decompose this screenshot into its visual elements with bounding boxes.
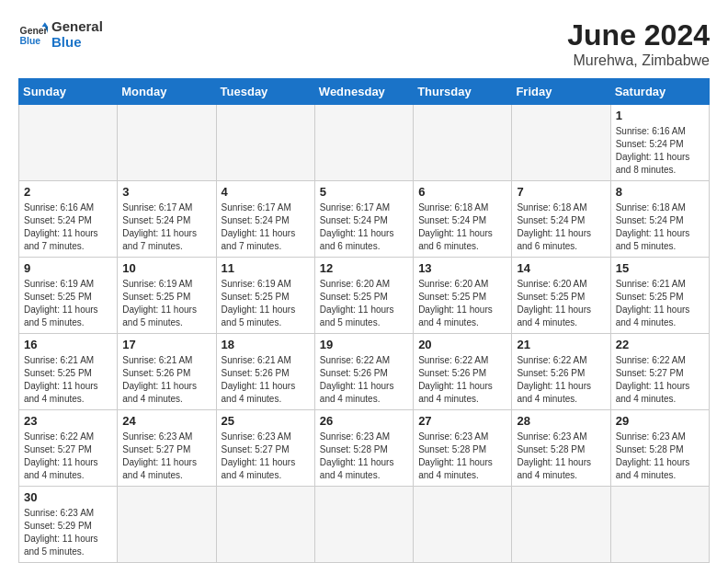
calendar-day-cell: 24Sunrise: 6:23 AM Sunset: 5:27 PM Dayli… (118, 410, 216, 487)
day-number: 20 (418, 338, 506, 351)
day-info: Sunrise: 6:18 AM Sunset: 5:24 PM Dayligh… (616, 201, 704, 253)
calendar-day-cell: 6Sunrise: 6:18 AM Sunset: 5:24 PM Daylig… (414, 181, 512, 258)
day-number: 25 (222, 414, 310, 428)
calendar-day-cell: 9Sunrise: 6:19 AM Sunset: 5:25 PM Daylig… (19, 258, 118, 334)
day-info: Sunrise: 6:16 AM Sunset: 5:24 PM Dayligh… (24, 201, 112, 253)
day-info: Sunrise: 6:23 AM Sunset: 5:27 PM Dayligh… (222, 431, 310, 482)
day-number: 28 (517, 414, 605, 428)
calendar-day-cell: 17Sunrise: 6:21 AM Sunset: 5:26 PM Dayli… (118, 334, 216, 410)
weekday-header-row: SundayMondayTuesdayWednesdayThursdayFrid… (19, 79, 710, 105)
calendar-day-cell: 23Sunrise: 6:22 AM Sunset: 5:27 PM Dayli… (19, 410, 118, 487)
calendar-day-cell (216, 105, 314, 181)
day-info: Sunrise: 6:20 AM Sunset: 5:25 PM Dayligh… (320, 278, 408, 329)
day-number: 15 (616, 261, 704, 275)
day-info: Sunrise: 6:17 AM Sunset: 5:24 PM Dayligh… (320, 201, 408, 253)
svg-marker-2 (42, 22, 48, 27)
calendar-day-cell: 3Sunrise: 6:17 AM Sunset: 5:24 PM Daylig… (118, 181, 216, 258)
day-info: Sunrise: 6:23 AM Sunset: 5:29 PM Dayligh… (24, 507, 112, 558)
day-info: Sunrise: 6:20 AM Sunset: 5:25 PM Dayligh… (517, 278, 605, 329)
weekday-header-thursday: Thursday (414, 79, 512, 105)
day-number: 1 (616, 109, 704, 122)
calendar-day-cell: 8Sunrise: 6:18 AM Sunset: 5:24 PM Daylig… (610, 181, 709, 258)
calendar-day-cell (610, 487, 709, 563)
day-info: Sunrise: 6:22 AM Sunset: 5:27 PM Dayligh… (616, 354, 704, 406)
title-block: June 2024 Murehwa, Zimbabwe (567, 18, 710, 69)
day-number: 30 (24, 490, 112, 504)
calendar-day-cell: 28Sunrise: 6:23 AM Sunset: 5:28 PM Dayli… (512, 410, 610, 487)
calendar-day-cell: 26Sunrise: 6:23 AM Sunset: 5:28 PM Dayli… (314, 410, 413, 487)
day-info: Sunrise: 6:21 AM Sunset: 5:26 PM Dayligh… (222, 354, 310, 406)
calendar-day-cell (512, 105, 610, 181)
calendar-week-row: 1Sunrise: 6:16 AM Sunset: 5:24 PM Daylig… (19, 105, 710, 181)
svg-text:Blue: Blue (20, 36, 41, 46)
day-info: Sunrise: 6:18 AM Sunset: 5:24 PM Dayligh… (517, 201, 605, 253)
calendar-day-cell (512, 487, 610, 563)
day-number: 4 (222, 185, 310, 199)
day-number: 12 (320, 261, 408, 275)
day-number: 27 (418, 414, 506, 428)
calendar-day-cell (414, 105, 512, 181)
day-number: 2 (24, 185, 112, 199)
day-info: Sunrise: 6:21 AM Sunset: 5:25 PM Dayligh… (616, 278, 704, 329)
calendar-day-cell: 4Sunrise: 6:17 AM Sunset: 5:24 PM Daylig… (216, 181, 314, 258)
day-number: 7 (517, 185, 605, 199)
calendar-day-cell (118, 487, 216, 563)
weekday-header-monday: Monday (118, 79, 216, 105)
day-info: Sunrise: 6:22 AM Sunset: 5:26 PM Dayligh… (418, 354, 506, 406)
day-number: 6 (418, 185, 506, 199)
svg-text:General: General (20, 26, 48, 36)
day-number: 13 (418, 261, 506, 275)
day-info: Sunrise: 6:23 AM Sunset: 5:28 PM Dayligh… (517, 431, 605, 482)
weekday-header-wednesday: Wednesday (314, 79, 413, 105)
calendar-day-cell: 30Sunrise: 6:23 AM Sunset: 5:29 PM Dayli… (19, 487, 118, 563)
day-info: Sunrise: 6:20 AM Sunset: 5:25 PM Dayligh… (418, 278, 506, 329)
calendar-title: June 2024 (567, 18, 710, 52)
calendar-day-cell: 18Sunrise: 6:21 AM Sunset: 5:26 PM Dayli… (216, 334, 314, 410)
logo: General Blue General Blue (18, 18, 103, 50)
day-number: 10 (122, 261, 210, 275)
logo-blue-text: Blue (51, 34, 103, 50)
calendar-subtitle: Murehwa, Zimbabwe (567, 52, 710, 69)
calendar-table: SundayMondayTuesdayWednesdayThursdayFrid… (18, 78, 710, 563)
day-number: 21 (517, 338, 605, 351)
page-header: General Blue General Blue June 2024 Mure… (18, 18, 710, 69)
calendar-day-cell: 11Sunrise: 6:19 AM Sunset: 5:25 PM Dayli… (216, 258, 314, 334)
calendar-week-row: 2Sunrise: 6:16 AM Sunset: 5:24 PM Daylig… (19, 181, 710, 258)
calendar-day-cell: 5Sunrise: 6:17 AM Sunset: 5:24 PM Daylig… (314, 181, 413, 258)
day-number: 23 (24, 414, 112, 428)
calendar-day-cell (314, 105, 413, 181)
calendar-day-cell: 22Sunrise: 6:22 AM Sunset: 5:27 PM Dayli… (610, 334, 709, 410)
logo-general-text: General (51, 18, 103, 34)
day-number: 5 (320, 185, 408, 199)
calendar-day-cell: 1Sunrise: 6:16 AM Sunset: 5:24 PM Daylig… (610, 105, 709, 181)
day-number: 17 (122, 338, 210, 351)
weekday-header-friday: Friday (512, 79, 610, 105)
calendar-day-cell: 29Sunrise: 6:23 AM Sunset: 5:28 PM Dayli… (610, 410, 709, 487)
calendar-week-row: 9Sunrise: 6:19 AM Sunset: 5:25 PM Daylig… (19, 258, 710, 334)
calendar-day-cell: 15Sunrise: 6:21 AM Sunset: 5:25 PM Dayli… (610, 258, 709, 334)
day-number: 14 (517, 261, 605, 275)
day-number: 8 (616, 185, 704, 199)
calendar-day-cell: 10Sunrise: 6:19 AM Sunset: 5:25 PM Dayli… (118, 258, 216, 334)
day-info: Sunrise: 6:19 AM Sunset: 5:25 PM Dayligh… (122, 278, 210, 329)
weekday-header-sunday: Sunday (19, 79, 118, 105)
day-info: Sunrise: 6:23 AM Sunset: 5:28 PM Dayligh… (616, 431, 704, 482)
calendar-week-row: 23Sunrise: 6:22 AM Sunset: 5:27 PM Dayli… (19, 410, 710, 487)
calendar-day-cell: 7Sunrise: 6:18 AM Sunset: 5:24 PM Daylig… (512, 181, 610, 258)
day-number: 11 (222, 261, 310, 275)
day-number: 3 (122, 185, 210, 199)
calendar-day-cell: 20Sunrise: 6:22 AM Sunset: 5:26 PM Dayli… (414, 334, 512, 410)
day-info: Sunrise: 6:22 AM Sunset: 5:27 PM Dayligh… (24, 431, 112, 482)
calendar-day-cell: 27Sunrise: 6:23 AM Sunset: 5:28 PM Dayli… (414, 410, 512, 487)
day-number: 9 (24, 261, 112, 275)
day-info: Sunrise: 6:18 AM Sunset: 5:24 PM Dayligh… (418, 201, 506, 253)
calendar-week-row: 16Sunrise: 6:21 AM Sunset: 5:25 PM Dayli… (19, 334, 710, 410)
day-info: Sunrise: 6:17 AM Sunset: 5:24 PM Dayligh… (222, 201, 310, 253)
calendar-day-cell (118, 105, 216, 181)
calendar-day-cell: 13Sunrise: 6:20 AM Sunset: 5:25 PM Dayli… (414, 258, 512, 334)
calendar-day-cell: 12Sunrise: 6:20 AM Sunset: 5:25 PM Dayli… (314, 258, 413, 334)
calendar-day-cell: 19Sunrise: 6:22 AM Sunset: 5:26 PM Dayli… (314, 334, 413, 410)
day-info: Sunrise: 6:19 AM Sunset: 5:25 PM Dayligh… (222, 278, 310, 329)
day-number: 26 (320, 414, 408, 428)
calendar-day-cell (314, 487, 413, 563)
